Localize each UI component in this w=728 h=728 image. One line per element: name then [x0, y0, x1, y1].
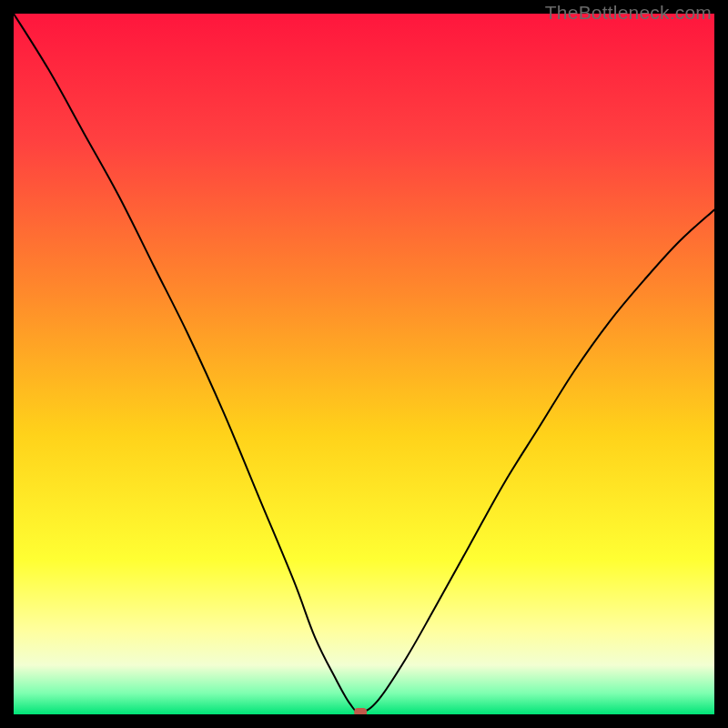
- gradient-background: [14, 14, 714, 714]
- min-point-marker: [354, 708, 367, 714]
- watermark-text: TheBottleneck.com: [545, 2, 712, 24]
- plot-area: [14, 14, 714, 714]
- bottleneck-chart: [14, 14, 714, 714]
- chart-frame: TheBottleneck.com: [0, 0, 728, 728]
